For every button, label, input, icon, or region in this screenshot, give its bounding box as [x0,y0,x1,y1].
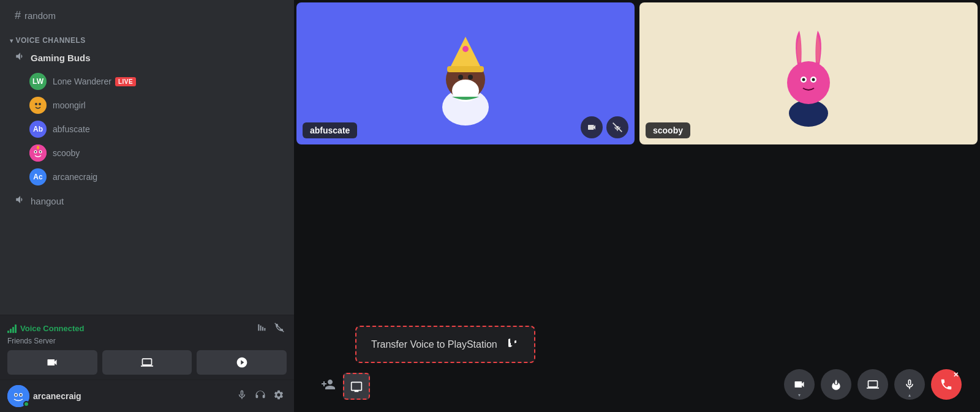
member-arcanecraig[interactable]: Ac arcanecraig [5,165,289,189]
voice-connected-status: Voice Connected [7,324,85,333]
settings-button[interactable] [271,387,287,405]
scooby-character [766,18,851,129]
svg-point-26 [462,46,469,52]
member-abfuscate[interactable]: Ab abfuscate [5,118,289,141]
hash-icon: # [15,9,21,22]
member-scooby[interactable]: scooby [5,141,289,165]
screen-share-button[interactable] [102,350,192,375]
add-user-button[interactable] [318,375,338,398]
svg-point-32 [802,78,805,81]
screen-share-toolbar-button[interactable] [858,369,888,400]
video-name-scooby: scooby [646,122,690,138]
hangup-x-icon: ✕ [953,372,959,378]
video-controls-abfuscate [581,116,628,138]
member-name-lone-wanderer: Lone Wanderer [53,77,111,86]
live-badge: LIVE [115,77,136,86]
member-name-scooby: scooby [53,148,80,158]
right-toolbar: ▾ ▴ [784,369,962,400]
svg-point-2 [39,103,41,105]
avatar-abfuscate: Ab [29,121,47,138]
screen-share-active-button[interactable] [343,373,370,400]
activity-toolbar-button[interactable] [821,369,851,400]
member-moongirl[interactable]: moongirl [5,94,289,117]
user-panel: arcanecraig [0,380,294,412]
avatar-lone-wanderer: LW [29,73,47,90]
signal-icon [7,324,17,333]
user-name: arcanecraig [33,391,230,401]
mic-chevron-icon: ▴ [908,392,911,398]
speaker-hangout-icon [15,194,26,208]
svg-rect-12 [264,328,265,331]
voice-connected-header: Voice Connected [7,321,287,335]
video-tile-scooby: scooby [639,2,978,144]
gaming-buds-label: Gaming Buds [31,53,91,63]
voice-channel-hangout[interactable]: hangout [5,191,289,211]
hangout-label: hangout [31,196,64,206]
microphone-toolbar-button[interactable]: ▴ [894,369,925,400]
camera-chevron-icon: ▾ [798,392,801,398]
sidebar: # random ▾ VOICE CHANNELS Gaming Buds LW… [0,0,294,412]
svg-rect-25 [447,66,484,72]
voice-channels-section[interactable]: ▾ VOICE CHANNELS [0,26,294,47]
bottom-left-toolbar [318,373,370,400]
svg-point-23 [468,75,473,80]
main-content: abfuscate [294,0,980,412]
microphone-toggle-button[interactable] [234,387,250,405]
member-name-moongirl: moongirl [53,100,86,110]
svg-point-1 [35,103,37,105]
user-avatar [7,385,29,407]
channel-random-label: random [24,10,56,21]
svg-point-34 [835,389,838,391]
member-list-gaming-buds: LW Lone Wanderer LIVE moongirl Ab abfu [0,68,294,190]
video-mute-abfuscate[interactable] [581,116,603,138]
channel-list: # random ▾ VOICE CHANNELS Gaming Buds LW… [0,0,294,315]
voice-channel-gaming-buds[interactable]: Gaming Buds [5,48,289,67]
svg-point-0 [31,98,45,113]
member-lone-wanderer[interactable]: LW Lone Wanderer LIVE [5,70,289,93]
user-controls [234,387,287,405]
activity-button[interactable] [197,350,287,375]
voice-connected-panel: Voice Connected [0,315,294,380]
svg-point-17 [15,394,17,396]
transfer-voice-popup[interactable]: Transfer Voice to PlayStation [355,326,535,363]
avatar-scooby [29,144,47,162]
voice-action-buttons [7,350,287,375]
chevron-down-icon: ▾ [10,37,13,44]
svg-point-6 [35,151,36,152]
speaker-icon [15,51,26,64]
playstation-icon [505,335,519,353]
video-name-abfuscate: abfuscate [303,122,357,138]
mic-mute-abfuscate[interactable] [606,116,628,138]
transfer-voice-text: Transfer Voice to PlayStation [371,339,497,350]
svg-rect-10 [260,326,262,331]
channel-random[interactable]: # random [5,6,289,26]
camera-toolbar-button[interactable]: ▾ [784,369,815,400]
headphones-button[interactable] [252,387,268,405]
voice-connected-sub: Friends Server [7,337,287,345]
svg-point-22 [458,75,463,80]
member-name-abfuscate: abfuscate [53,124,90,134]
disconnect-button[interactable] [272,321,287,335]
svg-point-29 [787,61,830,104]
member-name-arcanecraig: arcanecraig [53,172,97,182]
abfuscate-character [423,18,508,129]
svg-point-18 [20,394,22,396]
svg-point-7 [40,151,41,152]
signal-settings-button[interactable] [255,321,270,335]
voice-connected-text: Voice Connected [20,324,85,333]
avatar-arcanecraig-member: Ac [29,168,47,185]
avatar-moongirl [29,97,47,114]
svg-rect-11 [262,327,263,331]
user-status-dot [23,401,29,407]
svg-rect-8 [37,146,39,149]
bottom-area: Transfer Voice to PlayStation [294,147,980,412]
video-tile-abfuscate: abfuscate [296,2,635,144]
hangup-button[interactable]: ✕ [931,369,962,400]
voice-channels-label: VOICE CHANNELS [16,36,86,45]
voice-connected-icons [255,321,287,335]
video-grid: abfuscate [294,0,980,147]
svg-line-13 [275,323,284,332]
camera-button[interactable] [7,350,97,375]
svg-point-33 [812,78,815,81]
svg-rect-9 [258,324,259,331]
